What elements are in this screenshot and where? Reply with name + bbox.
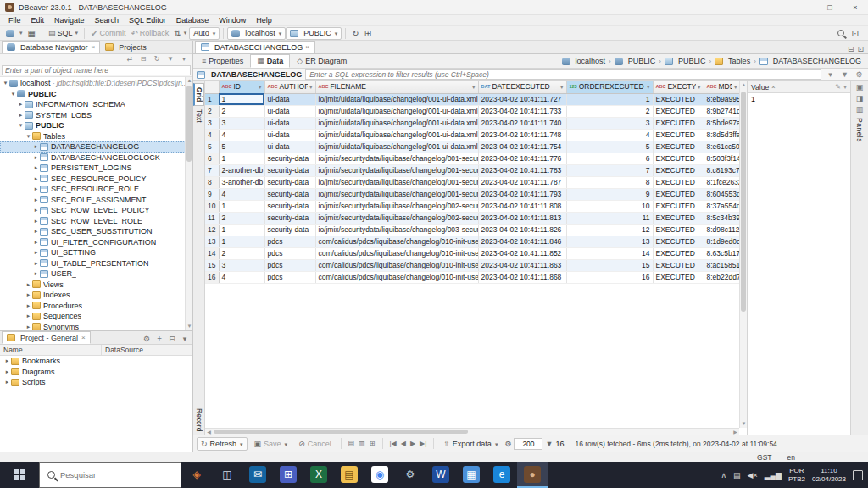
commit-button[interactable]: ✔Commit: [88, 27, 128, 40]
export-data-button[interactable]: ⇧Export data: [439, 437, 502, 451]
tree-item[interactable]: ▸UI_TABLE_PRESENTATION: [0, 258, 192, 269]
project-item[interactable]: ▸Diagrams: [0, 367, 192, 378]
grid-cell[interactable]: EXECUTED: [653, 271, 704, 283]
refresh-toolbar-button[interactable]: ↻: [349, 27, 361, 40]
grid-cell[interactable]: 8:503f3f1463: [704, 152, 740, 164]
scroll-thumb[interactable]: [741, 92, 746, 312]
expand-icon[interactable]: ▸: [17, 112, 25, 119]
grid-cell[interactable]: 2: [219, 212, 264, 224]
refresh-icon[interactable]: ↻: [152, 55, 162, 63]
tree-item[interactable]: ▾PUBLIC: [0, 89, 192, 100]
grid-cell[interactable]: 2023-04-02 10:41:11.868: [478, 271, 566, 283]
grid-cell[interactable]: 2023-04-02 10:41:11.783: [478, 164, 566, 176]
grid-cell[interactable]: ui-data: [264, 141, 315, 152]
volume-icon[interactable]: ◀×: [748, 471, 758, 480]
expand-icon[interactable]: ▸: [32, 143, 40, 150]
row-number[interactable]: 1: [205, 93, 219, 105]
project-settings-icon[interactable]: ⚙: [142, 335, 152, 343]
grid-cell[interactable]: com/calidus/pdcs/liquibase/changelog/010…: [315, 259, 478, 271]
project-collapse-icon[interactable]: ⊟: [167, 335, 177, 343]
row-number[interactable]: 5: [205, 141, 219, 152]
row-number[interactable]: 4: [205, 129, 219, 141]
subtab-er-diagram[interactable]: ◇ER Diagram: [290, 54, 353, 68]
column-header-dateexecuted[interactable]: DATDATEEXECUTED▾: [478, 81, 566, 93]
cancel-button[interactable]: ⊘Cancel: [294, 437, 336, 451]
start-button[interactable]: [0, 462, 39, 488]
language-indicator[interactable]: en: [787, 453, 795, 462]
column-header-orderexecuted[interactable]: 123ORDEREXECUTED▾: [566, 81, 653, 93]
column-header-id[interactable]: ABCID▾: [219, 81, 264, 93]
column-header-name[interactable]: Name: [0, 345, 102, 355]
row-number[interactable]: 13: [205, 236, 219, 247]
taskbar-dbeaver-icon[interactable]: ●: [517, 462, 548, 488]
grid-cell[interactable]: 3: [219, 117, 264, 129]
grid-cell[interactable]: 8:d98c112d8: [704, 224, 740, 236]
tree-item[interactable]: ▾localhost - jdbc:hsqldb:file:D:\desen\P…: [0, 78, 192, 89]
grid-cell[interactable]: security-data: [264, 176, 315, 188]
tree-item[interactable]: ▸UI_SETTING: [0, 247, 192, 258]
scroll-thumb[interactable]: [214, 430, 468, 434]
grid-cell[interactable]: 4: [219, 188, 264, 200]
grid-cell[interactable]: 2023-04-02 10:41:11.740: [478, 117, 566, 129]
column-menu-icon[interactable]: ▾: [259, 81, 262, 92]
grid-cell[interactable]: 13: [566, 236, 653, 247]
grid-cell[interactable]: io/jmix/securitydata/liquibase/changelog…: [315, 224, 478, 236]
tree-scrollbar[interactable]: ▲ ▼: [185, 77, 192, 330]
expand-icon[interactable]: ▸: [25, 281, 32, 288]
grid-cell[interactable]: 8:5c34b3970: [704, 212, 740, 224]
grid-cell[interactable]: 3-another-db: [219, 176, 264, 188]
previous-row-icon[interactable]: ◀: [399, 440, 408, 447]
add-row-icon[interactable]: ▥: [357, 440, 367, 447]
taskbar-settings-icon[interactable]: ⚙: [395, 462, 426, 488]
grid-cell[interactable]: security-data: [264, 212, 315, 224]
minimize-view-icon[interactable]: ⊟: [848, 45, 854, 53]
expand-icon[interactable]: ▸: [32, 218, 40, 225]
grid-cell[interactable]: EXECUTED: [653, 152, 704, 164]
grid-cell[interactable]: 5: [566, 141, 653, 152]
grid-cell[interactable]: 14: [566, 247, 653, 259]
tree-item[interactable]: ▸Procedures: [0, 301, 192, 312]
grid-cell[interactable]: 2023-04-02 10:41:11.754: [478, 141, 566, 152]
breadcrumb-item[interactable]: PUBLIC: [663, 57, 708, 65]
grid-cell[interactable]: EXECUTED: [653, 105, 704, 117]
tree-item[interactable]: ▸SEC_RESOURCE_POLICY: [0, 174, 192, 185]
expand-icon[interactable]: ▸: [32, 270, 40, 277]
row-number[interactable]: 3: [205, 117, 219, 129]
tab-projects[interactable]: Projects: [100, 41, 152, 53]
row-filter-icon[interactable]: ▼: [545, 440, 553, 448]
clock[interactable]: 11:10 02/04/2023: [812, 467, 846, 484]
grid-cell[interactable]: security-data: [264, 224, 315, 236]
expand-icon[interactable]: ▸: [25, 302, 32, 309]
grid-cell[interactable]: io/jmix/uidata/liquibase/changelog/001-u…: [315, 129, 478, 141]
notification-center-icon[interactable]: [853, 470, 863, 480]
grid-cell[interactable]: security-data: [264, 164, 315, 176]
tree-item[interactable]: ▸SEC_RESOURCE_ROLE: [0, 184, 192, 195]
expand-icon[interactable]: ▸: [32, 164, 40, 171]
taskbar-excel-icon[interactable]: X: [303, 462, 334, 488]
next-row-icon[interactable]: ▶: [409, 440, 417, 447]
tab-record[interactable]: Record: [195, 405, 203, 435]
expand-icon[interactable]: ▾: [17, 122, 25, 129]
grid-cell[interactable]: 16: [566, 271, 653, 283]
grid-cell[interactable]: 9: [566, 188, 653, 200]
row-number[interactable]: 10: [205, 200, 219, 212]
grid-cell[interactable]: EXECUTED: [653, 200, 704, 212]
grid-cell[interactable]: io/jmix/securitydata/liquibase/changelog…: [315, 200, 478, 212]
expand-icon[interactable]: ▸: [17, 101, 25, 108]
filter-settings-icon[interactable]: ⚙: [854, 70, 865, 79]
expand-icon[interactable]: ▸: [32, 197, 40, 203]
language-switcher[interactable]: POR PTB2: [788, 467, 805, 484]
taskbar-word-icon[interactable]: W: [426, 462, 456, 488]
tree-item[interactable]: ▸DATABASECHANGELOG: [0, 141, 192, 152]
grid-cell[interactable]: 2023-04-02 10:41:11.787: [478, 176, 566, 188]
grid-cell[interactable]: io/jmix/securitydata/liquibase/changelog…: [315, 176, 478, 188]
row-number[interactable]: 15: [205, 259, 219, 271]
project-item[interactable]: ▸Scripts: [0, 377, 192, 388]
grid-cell[interactable]: 7: [566, 164, 653, 176]
row-number[interactable]: 8: [205, 176, 219, 188]
expand-icon[interactable]: ▸: [3, 379, 11, 385]
taskbar-mail-icon[interactable]: ✉: [242, 462, 273, 488]
grid-cell[interactable]: 8:8d5d3ffa3c: [704, 129, 740, 141]
tree-item[interactable]: ▸Synonyms: [0, 322, 192, 331]
grid-cell[interactable]: EXECUTED: [653, 117, 704, 129]
